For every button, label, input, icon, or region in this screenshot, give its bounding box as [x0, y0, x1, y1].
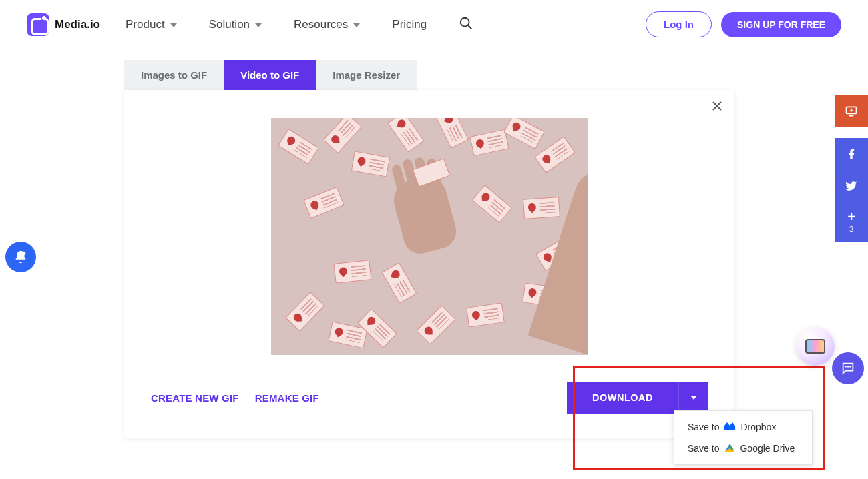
nav-resources[interactable]: Resources	[294, 18, 360, 31]
nav-links: Product Solution Resources Pricing	[126, 18, 427, 31]
rail-download-app[interactable]	[835, 95, 868, 127]
navbar: Media.io Product Solution Resources Pric…	[0, 0, 868, 49]
search-icon	[459, 16, 473, 31]
dropbox-icon	[724, 422, 735, 432]
nav-solution[interactable]: Solution	[209, 18, 262, 31]
login-button[interactable]: Log In	[646, 11, 712, 37]
google-drive-label: Google Drive	[740, 443, 795, 454]
tab-images-to-gif[interactable]: Images to GIF	[124, 60, 224, 90]
save-to-google-drive-item[interactable]: Save to Google Drive	[674, 438, 812, 459]
nav-solution-label: Solution	[209, 18, 250, 31]
preview-container	[124, 90, 734, 355]
download-button[interactable]: DOWNLOAD	[567, 382, 678, 414]
action-row: CREATE NEW GIF REMAKE GIF DOWNLOAD	[124, 382, 734, 414]
chat-icon	[841, 361, 855, 376]
share-count: 3	[849, 225, 854, 234]
tab-video-to-gif[interactable]: Video to GIF	[224, 60, 316, 90]
facebook-icon	[845, 147, 858, 161]
caret-down-icon	[690, 396, 697, 400]
svg-line-1	[468, 25, 472, 29]
chevron-down-icon	[353, 23, 360, 27]
brand-name: Media.io	[55, 18, 100, 31]
bell-icon	[13, 250, 28, 264]
chevron-down-icon	[170, 23, 177, 27]
save-to-label: Save to	[688, 443, 719, 454]
search-button[interactable]	[459, 16, 473, 33]
nav-pricing-label: Pricing	[392, 18, 427, 31]
brand-logo-icon	[27, 13, 49, 36]
rail-share-twitter[interactable]	[835, 170, 868, 202]
signup-button[interactable]: SIGN UP FOR FREE	[721, 12, 841, 37]
remake-gif-link[interactable]: REMAKE GIF	[255, 392, 319, 404]
brand[interactable]: Media.io	[27, 13, 100, 36]
nav-product[interactable]: Product	[126, 18, 177, 31]
download-dropdown-menu: Save to Dropbox Save to Google Drive	[674, 410, 813, 465]
svg-point-6	[22, 252, 26, 256]
result-panel: CREATE NEW GIF REMAKE GIF DOWNLOAD	[124, 90, 734, 438]
create-new-gif-link[interactable]: CREATE NEW GIF	[151, 392, 239, 404]
rail-share-facebook[interactable]	[835, 138, 868, 170]
google-drive-icon	[724, 444, 734, 453]
notifications-fab[interactable]	[5, 242, 36, 272]
chevron-down-icon	[255, 23, 262, 27]
close-button[interactable]	[712, 99, 722, 115]
download-dropdown-toggle[interactable]	[678, 382, 708, 414]
tool-tabs: Images to GIF Video to GIF Image Resizer	[124, 60, 868, 90]
download-button-group: DOWNLOAD	[567, 382, 708, 414]
dropbox-label: Dropbox	[740, 422, 776, 432]
gif-preview	[271, 118, 588, 355]
close-icon	[712, 101, 722, 111]
rail-share-more[interactable]: + 3	[835, 202, 868, 242]
tab-image-resizer[interactable]: Image Resizer	[316, 60, 417, 90]
plus-icon: +	[847, 210, 855, 223]
chat-fab[interactable]	[832, 352, 864, 384]
monitor-download-icon	[845, 105, 858, 118]
twitter-icon	[845, 179, 858, 193]
save-to-label: Save to	[688, 422, 719, 432]
nav-product-label: Product	[126, 18, 165, 31]
nav-pricing[interactable]: Pricing	[392, 18, 427, 31]
assistant-fab[interactable]	[796, 327, 835, 366]
share-rail: + 3	[835, 95, 868, 242]
assistant-icon	[805, 339, 825, 354]
nav-resources-label: Resources	[294, 18, 348, 31]
svg-point-0	[461, 17, 469, 26]
save-to-dropbox-item[interactable]: Save to Dropbox	[674, 416, 812, 438]
